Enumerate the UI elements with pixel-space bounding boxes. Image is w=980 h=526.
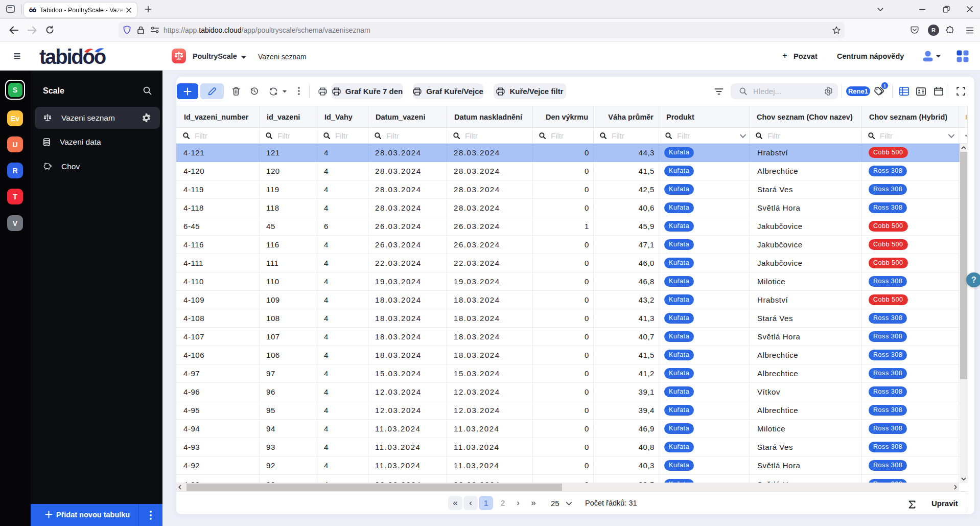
svg-text:tabidoo: tabidoo xyxy=(39,45,106,68)
